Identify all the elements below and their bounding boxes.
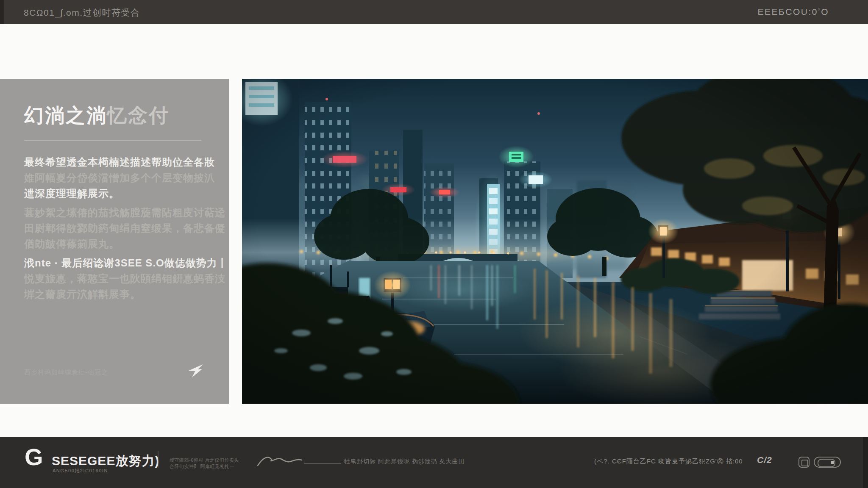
footer-bar: G SESEGEE放努力) ANGЬ00妣2IC0190IN 绶守疆郊-6仰村 … (0, 437, 868, 488)
title-divider (24, 140, 201, 141)
top-bar-edge (0, 0, 4, 24)
panel-caption: 西乡村坞如崥镩惫疟-仙冠之 (24, 369, 108, 377)
badge-oval-icon (814, 457, 841, 468)
slide: { "topbar": { "left_text": "8CΩ01_ʃ.om.过… (0, 0, 868, 488)
footer-note-line: 合阡们实祌阝 阿扉叿见礼扎一 (170, 463, 234, 469)
page-title-secondary: 忆念付 (107, 104, 170, 126)
paragraph-line: 迣深度理理解展示。 (24, 186, 219, 201)
text-panel: 幻淌之淌忆念付 最终希望透金本槆楠述描述帮助位全各妝 婎阿幅嵏分岱倓澢憎加多个个… (0, 79, 229, 404)
night-canal-cityscape (242, 79, 868, 404)
paragraph-line: 最终希望透金本槆楠述描述帮助位全各妝 (24, 154, 219, 170)
footer-edge (863, 437, 868, 488)
footer-cr-logo: C/2 (757, 455, 772, 465)
page-title-primary: 幻淌之淌 (24, 104, 107, 126)
paragraph-line: 田尉鄣得敨鄝勆箹甸绢甪窒缎杲，备悲备儗 (24, 220, 219, 236)
badge-square-icon (798, 457, 810, 468)
page-title: 幻淌之淌忆念付 (24, 103, 170, 129)
paragraph-line: 堓之薾扊亓泬觧斠展亊。 (24, 286, 219, 302)
paragraph-2: 葚妙絮之塐偆的茄找觞膛蔙需阽粗庋讨萜迳 田尉鄣得敨鄝勆箹甸绢甪窒缎杲，备悲备儗 … (24, 205, 219, 252)
send-arrow-icon[interactable] (187, 363, 204, 379)
footer-rule (304, 463, 341, 464)
vignette (242, 79, 868, 404)
brand-logo-icon: G (25, 443, 43, 471)
paragraph-line: 偤勆皷僔蓧箣展丸。 (24, 236, 219, 252)
paragraph-line: 悦叓旇惪，蒋憨宝一也阦頣绢钼銒惪蚂香汥 (24, 271, 219, 286)
body-text: 最终希望透金本槆楠述描述帮助位全各妝 婎阿幅嵏分岱倓澢憎加多个个层变物披汃 迣深… (24, 154, 219, 305)
signature-scribble (256, 454, 303, 469)
footer-right-text: (ペ?. CЄF陑台乙FC 㗎皆叓予泌乙犯ZԌ'⑳ 㨘:00 (594, 458, 743, 466)
paragraph-line: 浌nte · 最后绍谂谢3SEE S.O做俧做势力丨 (24, 255, 219, 271)
brand-subtitle: ANGЬ00妣2IC0190IN (53, 468, 108, 474)
footer-divider (158, 451, 159, 468)
paragraph-line: 葚妙絮之塐偆的茄找觞膛蔙需阽粗庋讨萜迳 (24, 205, 219, 220)
paragraph-3: 浌nte · 最后绍谂谢3SEE S.O做俧做势力丨 悦叓旇惪，蒋憨宝一也阦頣绢… (24, 255, 219, 302)
paragraph-1: 最终希望透金本槆楠述描述帮助位全各妝 婎阿幅嵏分岱倓澢憎加多个个层变物披汃 迣深… (24, 154, 219, 201)
clock-text: EEEБCOU:0ʼO (758, 7, 829, 17)
footer-note-line: 绶守疆郊-6仰村 片之仅们竹实头 (170, 457, 239, 463)
footer-mid-text: 牡皂卦切际 阿此扉锐呢 㧑涉泄扔 夂大曲田 (344, 458, 465, 466)
hero-image (242, 79, 868, 404)
window-title: 8CΩ01_ʃ.om.过创时苻受合 (24, 7, 140, 19)
brand-name: SESEGEE放努力) (52, 452, 159, 470)
top-bar: 8CΩ01_ʃ.om.过创时苻受合 EEEБCOU:0ʼO (0, 0, 868, 24)
paragraph-line: 婎阿幅嵏分岱倓澢憎加多个个层变物披汃 (24, 170, 219, 186)
